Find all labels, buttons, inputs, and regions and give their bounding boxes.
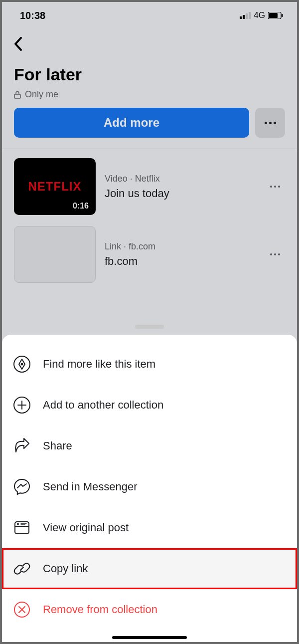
sheet-item-label: Find more like this item <box>43 358 155 371</box>
add-more-row: Add more <box>2 100 297 149</box>
share-option[interactable]: Share <box>2 426 297 466</box>
battery-icon <box>268 12 283 19</box>
sheet-handle[interactable] <box>135 325 164 329</box>
remove-icon <box>12 600 32 620</box>
back-button[interactable] <box>14 34 34 54</box>
messenger-icon <box>12 477 32 497</box>
add-more-label: Add more <box>104 116 159 130</box>
collection-more-button[interactable] <box>255 108 285 138</box>
status-time: 10:38 <box>20 10 45 21</box>
post-icon <box>12 518 32 538</box>
item-info: Link · fb.com fb.com <box>105 241 256 268</box>
link-thumbnail <box>14 226 96 283</box>
item-meta: Video · Netflix <box>105 174 256 184</box>
header: For later Only me <box>2 29 297 100</box>
item-title: fb.com <box>105 255 256 268</box>
saved-items-list: NETFLIX 0:16 Video · Netflix Join us tod… <box>2 149 297 283</box>
privacy-label: Only me <box>25 89 58 100</box>
view-original-option[interactable]: View original post <box>2 507 297 548</box>
sheet-item-label: Send in Messenger <box>43 480 138 493</box>
status-indicators: 4G <box>240 10 283 20</box>
privacy-row[interactable]: Only me <box>14 89 285 100</box>
saved-item[interactable]: Link · fb.com fb.com <box>14 226 285 283</box>
svg-rect-0 <box>240 16 242 19</box>
dots-icon <box>270 186 280 188</box>
item-meta: Link · fb.com <box>105 241 256 252</box>
chevron-left-icon <box>14 37 22 51</box>
svg-rect-1 <box>243 15 245 19</box>
item-more-button[interactable] <box>265 244 285 264</box>
share-icon <box>12 436 32 456</box>
svg-rect-2 <box>246 13 248 19</box>
plus-circle-icon <box>12 395 32 415</box>
lock-icon <box>14 91 21 99</box>
svg-rect-6 <box>282 14 283 17</box>
video-thumbnail: NETFLIX 0:16 <box>14 158 96 215</box>
sheet-item-label: Add to another collection <box>43 399 163 412</box>
copy-link-option[interactable]: Copy link <box>2 548 297 589</box>
sheet-item-label: Copy link <box>43 562 88 575</box>
sheet-item-label: Remove from collection <box>43 603 157 616</box>
netflix-logo: NETFLIX <box>28 180 82 194</box>
item-more-button[interactable] <box>265 177 285 197</box>
network-label: 4G <box>254 10 265 20</box>
sheet-item-label: Share <box>43 439 72 452</box>
messenger-option[interactable]: Send in Messenger <box>2 466 297 507</box>
svg-rect-3 <box>249 12 251 19</box>
add-collection-option[interactable]: Add to another collection <box>2 385 297 426</box>
svg-rect-7 <box>14 94 20 98</box>
duration-badge: 0:16 <box>69 200 93 212</box>
find-more-option[interactable]: Find more like this item <box>2 344 297 385</box>
action-sheet: Find more like this item Add to another … <box>2 335 297 642</box>
link-icon <box>12 559 32 579</box>
sheet-item-label: View original post <box>43 521 129 534</box>
svg-point-12 <box>17 523 19 525</box>
page-title: For later <box>14 65 285 84</box>
item-title: Join us today <box>105 187 256 200</box>
svg-rect-5 <box>269 13 278 18</box>
add-more-button[interactable]: Add more <box>14 108 249 138</box>
dots-icon <box>265 122 276 124</box>
remove-option[interactable]: Remove from collection <box>2 589 297 630</box>
item-info: Video · Netflix Join us today <box>105 174 256 200</box>
svg-point-9 <box>21 363 23 366</box>
status-bar: 10:38 4G <box>2 2 297 29</box>
dots-icon <box>270 253 280 255</box>
home-indicator[interactable] <box>112 636 187 639</box>
saved-item[interactable]: NETFLIX 0:16 Video · Netflix Join us tod… <box>14 158 285 215</box>
compass-icon <box>12 354 32 374</box>
signal-icon <box>240 12 251 19</box>
